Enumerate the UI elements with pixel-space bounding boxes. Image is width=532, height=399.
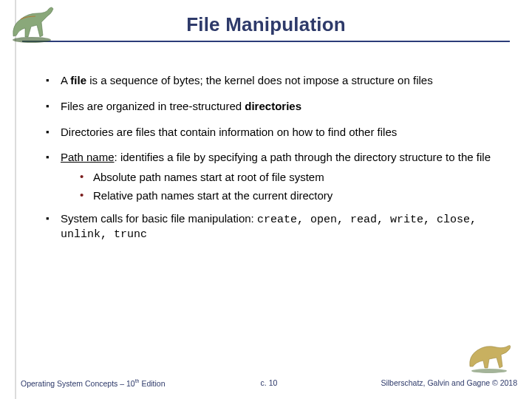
title-underline bbox=[22, 41, 510, 42]
text: is a sequence of bytes; the kernel does … bbox=[86, 74, 433, 86]
sub-bullet-text: Relative path names start at the current… bbox=[93, 189, 504, 203]
svg-point-1 bbox=[471, 369, 507, 373]
bullet-item: ▪ Path name: identifies a file by specif… bbox=[46, 151, 504, 207]
sub-bullet-item: • Absolute path names start at root of f… bbox=[80, 171, 504, 185]
text: : identifies a file by specifying a path… bbox=[115, 151, 491, 163]
svg-point-0 bbox=[13, 37, 51, 43]
text: System calls for basic file manipulation… bbox=[61, 212, 257, 225]
bullet-item: ▪ System calls for basic file manipulati… bbox=[46, 212, 504, 243]
slide-body: ▪ A file is a sequence of bytes; the ker… bbox=[46, 74, 504, 254]
bullet-text: Directories are files that contain infor… bbox=[61, 126, 504, 140]
square-bullet-icon: ▪ bbox=[46, 126, 61, 140]
sub-bullet-item: • Relative path names start at the curre… bbox=[80, 189, 504, 203]
dinosaur-bottom-icon bbox=[467, 337, 514, 374]
bullet-text: Path name: identifies a file by specifyi… bbox=[61, 151, 504, 207]
bullet-text: System calls for basic file manipulation… bbox=[61, 212, 504, 243]
dinosaur-top-icon bbox=[6, 3, 58, 44]
left-sidebar bbox=[0, 0, 16, 399]
text: Files are organized in tree-structured bbox=[61, 100, 245, 112]
square-bullet-icon: ▪ bbox=[46, 151, 61, 207]
sub-bullet-text: Absolute path names start at root of fil… bbox=[93, 171, 504, 185]
slide-footer: Operating System Concepts – 10th Edition… bbox=[21, 378, 517, 388]
bullet-item: ▪ Files are organized in tree-structured… bbox=[46, 100, 504, 114]
bullet-text: Files are organized in tree-structured d… bbox=[61, 100, 504, 114]
square-bullet-icon: ▪ bbox=[46, 100, 61, 114]
square-bullet-icon: ▪ bbox=[46, 212, 61, 243]
dot-bullet-icon: • bbox=[80, 171, 93, 185]
bullet-item: ▪ A file is a sequence of bytes; the ker… bbox=[46, 74, 504, 88]
footer-right: Silberschatz, Galvin and Gagne © 2018 bbox=[381, 378, 517, 387]
sub-bullet-list: • Absolute path names start at root of f… bbox=[80, 171, 504, 203]
text-bold: file bbox=[70, 74, 86, 86]
text-underline: Path name bbox=[61, 151, 115, 163]
text-bold: directories bbox=[245, 100, 301, 112]
dot-bullet-icon: • bbox=[80, 189, 93, 203]
square-bullet-icon: ▪ bbox=[46, 74, 61, 88]
bullet-text: A file is a sequence of bytes; the kerne… bbox=[61, 74, 504, 88]
text: A bbox=[61, 74, 70, 86]
bullet-item: ▪ Directories are files that contain inf… bbox=[46, 126, 504, 140]
slide-title: File Manipulation bbox=[0, 13, 532, 36]
slide-header: File Manipulation bbox=[0, 0, 532, 42]
